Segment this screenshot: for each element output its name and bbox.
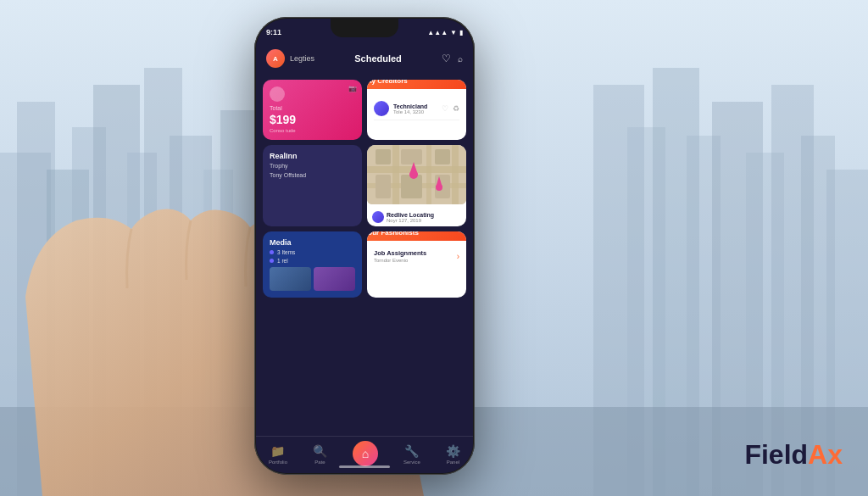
panel-icon: ⚙️: [446, 444, 460, 458]
svg-rect-30: [376, 175, 391, 198]
phone-body: 9:11 ▲▲▲ ▼ ▮ A Legties Scheduled ♡ ⌕: [254, 17, 475, 475]
nav-home[interactable]: ⌂: [353, 441, 378, 468]
home-indicator: [339, 465, 390, 468]
photo-thumb-2[interactable]: [314, 267, 355, 291]
fashionists-card[interactable]: Our Fashionists › Job Assignments Torndo…: [367, 231, 466, 298]
map-card[interactable]: Redlive Locating Noyr 127, 2019: [367, 145, 466, 226]
header-brand-label: Legties: [290, 54, 314, 63]
svg-rect-28: [401, 149, 422, 164]
signal-icon: ▲▲▲: [427, 29, 448, 36]
nav-panel[interactable]: ⚙️ Panel: [446, 444, 460, 465]
media-title: Media: [270, 238, 355, 247]
earnings-value: $199: [270, 113, 355, 126]
phone-notch: [331, 19, 398, 37]
tech-name: Technicland: [393, 103, 437, 109]
status-icons: ▲▲▲ ▼ ▮: [427, 29, 463, 36]
user-avatar[interactable]: A: [266, 49, 285, 68]
fashionists-header: Our Fashionists ›: [367, 231, 466, 241]
nav-pate[interactable]: 🔍 Pate: [313, 444, 327, 465]
nav-service-label: Service: [403, 460, 420, 465]
fieldax-logo: FieldAx: [744, 439, 843, 471]
map-visual: [367, 145, 466, 204]
realinn-sub2: Tony Offstead: [270, 172, 355, 178]
svg-rect-25: [426, 145, 431, 204]
fieldax-field-text: Field: [744, 439, 808, 470]
header-left: A Legties: [266, 49, 314, 68]
tech-info: Technicland Tole 14, 3230: [393, 103, 437, 114]
portfolio-icon: 📁: [270, 444, 285, 458]
job-sub: Torndor Evenio: [374, 258, 426, 263]
media-card[interactable]: Media 3 Items 1 rel: [263, 231, 362, 298]
photo-grid: [270, 267, 355, 291]
creditors-card[interactable]: Ay Creditors › Technicland Tole 14, 3230…: [367, 80, 466, 140]
media-dot-1: [270, 250, 274, 254]
creditors-header: Ay Creditors ›: [367, 80, 466, 89]
tech-avatar: [374, 101, 389, 116]
status-time: 9:11: [266, 28, 281, 36]
nav-portfolio[interactable]: 📁 Portfolio: [269, 444, 287, 465]
nav-portfolio-label: Portfolio: [269, 460, 287, 465]
app-header: A Legties Scheduled ♡ ⌕: [256, 42, 473, 75]
header-actions: ♡ ⌕: [442, 53, 463, 64]
map-title: Redlive Locating: [387, 212, 434, 218]
job-arrow[interactable]: ›: [457, 252, 459, 261]
map-svg: [367, 145, 466, 204]
svg-rect-24: [392, 145, 399, 204]
header-title: Scheduled: [354, 53, 402, 64]
media-item-2: 1 rel: [270, 258, 355, 264]
realinn-sub1: Trophy: [270, 163, 355, 169]
technician-row[interactable]: Technicland Tole 14, 3230 ♡ ♻: [374, 98, 459, 120]
earnings-sub: Conso tude: [270, 128, 355, 133]
home-icon: ⌂: [362, 447, 369, 460]
tech-heart[interactable]: ♡: [442, 104, 448, 113]
map-date: Noyr 127, 2019: [387, 218, 434, 223]
media-text-2: 1 rel: [277, 258, 288, 264]
creditors-arrow: ›: [464, 80, 466, 85]
earnings-label: Total: [270, 105, 355, 111]
tech-date: Tole 14, 3230: [393, 109, 437, 114]
svg-rect-27: [376, 149, 391, 164]
home-button[interactable]: ⌂: [353, 441, 378, 466]
phone-device: 9:11 ▲▲▲ ▼ ▮ A Legties Scheduled ♡ ⌕: [254, 17, 475, 475]
wifi-icon: ▼: [450, 29, 457, 36]
photo-thumb-1[interactable]: [270, 267, 311, 291]
nav-pate-label: Pate: [314, 460, 325, 465]
svg-rect-26: [452, 145, 459, 204]
media-item-1: 3 Items: [270, 249, 355, 255]
service-icon: 🔧: [404, 444, 419, 458]
fieldax-ax-text: Ax: [808, 439, 843, 470]
media-dot-2: [270, 259, 274, 263]
realinn-title: RealInn: [270, 152, 355, 160]
phone-screen: 9:11 ▲▲▲ ▼ ▮ A Legties Scheduled ♡ ⌕: [256, 19, 473, 473]
nav-panel-label: Panel: [447, 460, 459, 465]
nav-service[interactable]: 🔧 Service: [403, 444, 420, 465]
realinn-card[interactable]: RealInn Trophy Tony Offstead: [263, 145, 362, 226]
heart-icon[interactable]: ♡: [442, 53, 451, 64]
pate-icon: 🔍: [313, 444, 327, 458]
search-icon[interactable]: ⌕: [458, 54, 463, 64]
media-text-1: 3 Items: [277, 249, 295, 255]
battery-icon: ▮: [459, 29, 463, 36]
fashionists-arrow: ›: [464, 231, 466, 237]
app-content: Total $199 Conso tude 📷 Ay Creditors ›: [256, 75, 473, 436]
svg-rect-29: [435, 149, 450, 164]
tech-tag-icon: ♻: [453, 104, 459, 113]
job-title: Job Assignments: [374, 249, 426, 257]
earnings-card[interactable]: Total $199 Conso tude 📷: [263, 80, 362, 140]
